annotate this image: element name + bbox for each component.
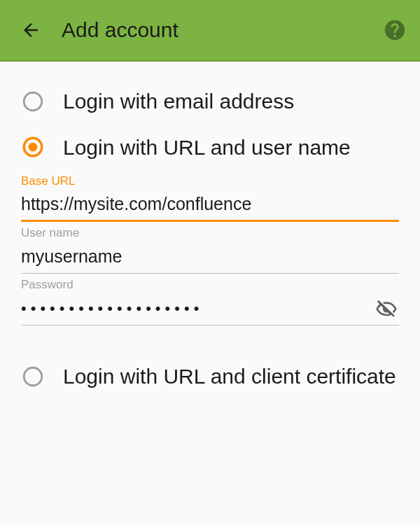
toggle-password-visibility[interactable] [374,297,399,322]
option-login-url-cert[interactable]: Login with URL and client certificate [21,354,399,400]
appbar: Add account [0,0,420,62]
input-row [21,243,399,274]
page-title: Add account [62,18,381,42]
option-login-url-user[interactable]: Login with URL and user name [21,125,399,171]
content: Login with email address Login with URL … [0,62,420,400]
input-row: ••••••••••••••••••• [21,295,399,326]
eye-off-icon [375,298,398,321]
field-label: User name [21,226,399,240]
url-user-fields: Base URL User name Password ••••••••••••… [21,174,399,326]
option-label: Login with email address [63,88,294,115]
svg-point-2 [29,143,38,152]
field-password: Password ••••••••••••••••••• [21,278,399,326]
help-icon [383,18,407,42]
password-input[interactable]: ••••••••••••••••••• [21,300,368,321]
field-label: Password [21,278,399,292]
option-label: Login with URL and client certificate [63,363,396,390]
svg-point-3 [24,368,42,386]
option-login-email[interactable]: Login with email address [21,78,399,125]
back-button[interactable] [14,13,48,47]
radio-unselected-icon [21,365,45,388]
radio-selected-icon [21,135,45,159]
option-label: Login with URL and user name [63,134,351,161]
input-row [21,191,399,222]
field-base-url: Base URL [21,174,399,222]
radio-unselected-icon [21,90,45,113]
help-button[interactable] [381,16,409,44]
field-label: Base URL [21,174,399,188]
spacer [21,326,399,346]
svg-point-0 [24,92,42,111]
arrow-back-icon [20,20,41,41]
field-username: User name [21,226,399,274]
username-input[interactable] [21,244,399,272]
base-url-input[interactable] [21,191,399,220]
